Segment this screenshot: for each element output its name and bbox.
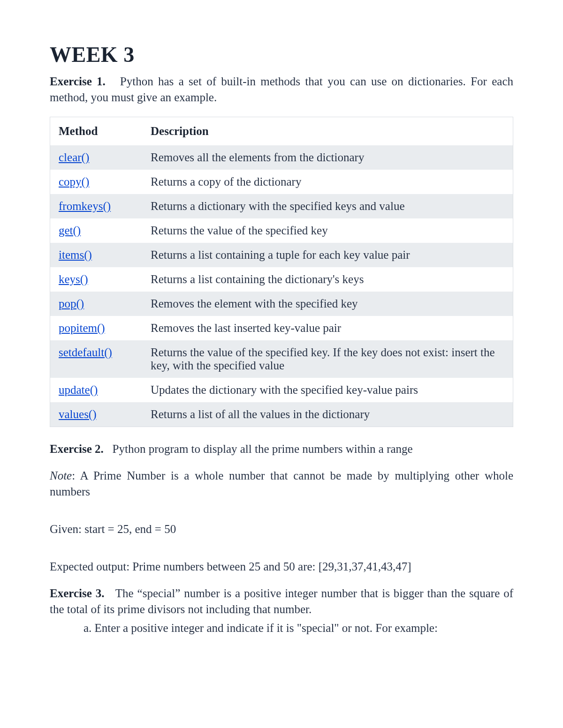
description-cell: Returns a copy of the dictionary <box>142 170 513 194</box>
exercise-2-expected: Expected output: Prime numbers between 2… <box>50 559 513 575</box>
methods-table-body: clear()Removes all the elements from the… <box>50 145 513 427</box>
description-cell: Returns a list containing the dictionary… <box>142 267 513 292</box>
exercise-2-note-label: Note <box>50 469 72 482</box>
method-link[interactable]: values() <box>59 408 97 420</box>
method-link[interactable]: items() <box>59 248 92 261</box>
table-row: pop()Removes the element with the specif… <box>50 292 513 316</box>
description-cell: Removes the element with the specified k… <box>142 292 513 316</box>
header-description: Description <box>142 117 513 145</box>
table-row: update()Updates the dictionary with the … <box>50 378 513 402</box>
method-cell: items() <box>50 243 142 267</box>
method-cell: setdefault() <box>50 340 142 378</box>
exercise-3-label: Exercise 3. <box>50 587 104 600</box>
method-cell: keys() <box>50 267 142 292</box>
document-page: WEEK 3 Exercise 1. Python has a set of b… <box>0 0 563 728</box>
method-cell: copy() <box>50 170 142 194</box>
method-link[interactable]: get() <box>59 224 81 237</box>
method-link[interactable]: setdefault() <box>59 346 112 359</box>
table-row: copy()Returns a copy of the dictionary <box>50 170 513 194</box>
table-row: clear()Removes all the elements from the… <box>50 145 513 170</box>
exercise-2-paragraph: Exercise 2. Python program to display al… <box>50 441 513 457</box>
table-header-row: Method Description <box>50 117 513 145</box>
exercise-2-note: Note: A Prime Number is a whole number t… <box>50 468 513 500</box>
method-link[interactable]: fromkeys() <box>59 200 111 212</box>
method-cell: pop() <box>50 292 142 316</box>
table-row: values()Returns a list of all the values… <box>50 402 513 427</box>
exercise-2-label: Exercise 2. <box>50 443 104 455</box>
table-row: keys()Returns a list containing the dict… <box>50 267 513 292</box>
exercise-3-item-a: a. Enter a positive integer and indicate… <box>84 620 513 636</box>
method-link[interactable]: clear() <box>59 151 89 164</box>
description-cell: Updates the dictionary with the specifie… <box>142 378 513 402</box>
exercise-2-given: Given: start = 25, end = 50 <box>50 521 513 537</box>
method-cell: update() <box>50 378 142 402</box>
method-cell: get() <box>50 218 142 243</box>
description-cell: Returns a list of all the values in the … <box>142 402 513 427</box>
method-link[interactable]: pop() <box>59 297 84 310</box>
method-link[interactable]: copy() <box>59 175 89 188</box>
method-cell: popitem() <box>50 316 142 340</box>
description-cell: Returns a dictionary with the specified … <box>142 194 513 218</box>
table-row: get()Returns the value of the specified … <box>50 218 513 243</box>
description-cell: Returns the value of the specified key. … <box>142 340 513 378</box>
method-link[interactable]: popitem() <box>59 322 105 334</box>
table-row: setdefault()Returns the value of the spe… <box>50 340 513 378</box>
description-cell: Removes all the elements from the dictio… <box>142 145 513 170</box>
table-row: items()Returns a list containing a tuple… <box>50 243 513 267</box>
exercise-3-text: The “special” number is a positive integ… <box>50 587 513 615</box>
table-row: popitem()Removes the last inserted key-v… <box>50 316 513 340</box>
description-cell: Returns the value of the specified key <box>142 218 513 243</box>
description-cell: Returns a list containing a tuple for ea… <box>142 243 513 267</box>
page-title: WEEK 3 <box>50 42 513 67</box>
exercise-3-paragraph: Exercise 3. The “special” number is a po… <box>50 585 513 617</box>
methods-table: Method Description clear()Removes all th… <box>50 117 513 427</box>
exercise-2-text: Python program to display all the prime … <box>113 443 413 455</box>
method-cell: values() <box>50 402 142 427</box>
table-row: fromkeys()Returns a dictionary with the … <box>50 194 513 218</box>
exercise-1-text: Python has a set of built-in methods tha… <box>50 75 513 104</box>
method-link[interactable]: keys() <box>59 273 88 285</box>
header-method: Method <box>50 117 142 145</box>
exercise-1-label: Exercise 1. <box>50 75 106 88</box>
spacer <box>50 548 513 559</box>
method-link[interactable]: update() <box>59 383 98 396</box>
description-cell: Removes the last inserted key-value pair <box>142 316 513 340</box>
exercise-2-note-text: : A Prime Number is a whole number that … <box>50 469 513 498</box>
spacer <box>50 511 513 521</box>
methods-table-container: Method Description clear()Removes all th… <box>50 117 513 427</box>
method-cell: fromkeys() <box>50 194 142 218</box>
method-cell: clear() <box>50 145 142 170</box>
exercise-1-paragraph: Exercise 1. Python has a set of built-in… <box>50 74 513 105</box>
